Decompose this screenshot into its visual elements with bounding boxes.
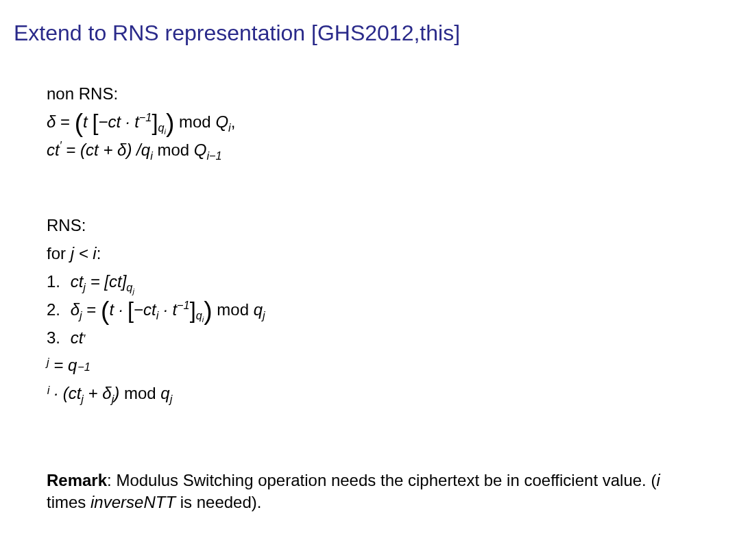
paren-open: (	[101, 296, 109, 325]
sym-delta: δ	[71, 300, 80, 319]
sup-prime: ′	[83, 332, 85, 345]
sym-ct: ct	[71, 328, 84, 347]
sub-qj: qj	[126, 281, 134, 293]
sub-j-val: j	[47, 356, 49, 368]
remark-text-a: : Modulus Switching operation needs the …	[107, 471, 656, 489]
sym-comma: ,	[231, 112, 236, 131]
mod-text: mod	[157, 141, 189, 159]
paren-open: (	[75, 108, 83, 137]
expr: = [ct]	[90, 272, 127, 291]
paren-close-small: )	[114, 384, 119, 402]
rns-step-3: 3. ct′j = q−1i · (ctj + δj) mod qj	[47, 324, 736, 408]
sym-delta: δ	[47, 112, 56, 131]
sym-ct: ct	[71, 272, 84, 291]
sym-q: q	[254, 300, 263, 319]
sym-q: q	[160, 384, 169, 402]
step-number: 2.	[47, 296, 66, 324]
step-number: 1.	[47, 268, 66, 296]
sub-j: j	[263, 309, 265, 321]
sub-qi: qi	[196, 309, 204, 321]
bracket-open: [	[128, 297, 134, 322]
expr-inner: −ct · t	[98, 112, 138, 131]
sym-t: t	[83, 112, 88, 131]
expr-qinv: = q	[53, 356, 77, 374]
sub-j: j	[80, 309, 82, 321]
mod-text: mod	[217, 300, 249, 319]
sub-im1: i−1	[206, 149, 221, 161]
sup-neg1: −1	[139, 111, 152, 123]
sym-Q: Q	[194, 141, 207, 159]
expr-negct: −ct	[134, 300, 156, 319]
sup-prime: ′	[60, 139, 62, 151]
expr-plus: + δ	[88, 384, 112, 402]
for-text: for	[47, 244, 66, 263]
sym-Q: Q	[215, 112, 228, 131]
rns-block: RNS: for j < i: 1. ctj = [ct]qj 2. δj = …	[47, 212, 736, 408]
sub-j: j	[132, 287, 134, 295]
sub-j: j	[83, 281, 86, 293]
sym-equals: =	[60, 112, 70, 131]
expr-t: t ·	[109, 300, 123, 319]
remark-text-c: times	[47, 493, 90, 511]
non-rns-eq-2: ct′ = (ct + δ) /qi mod Qi−1	[47, 136, 736, 165]
rns-step-2: 2. δj = (t · [−cti · t−1]qi) mod qj	[47, 296, 736, 324]
sub-j: j	[170, 393, 173, 405]
for-cond: j < i	[71, 244, 97, 263]
remark-inversentt: inverseNTT	[90, 493, 176, 511]
sub-i: i	[156, 309, 159, 321]
sub-j: j	[81, 393, 84, 405]
sym-equals: =	[86, 300, 96, 319]
bracket-close: ]	[190, 297, 196, 322]
colon: :	[97, 244, 101, 263]
sub-i-val: i	[47, 384, 50, 396]
mod-text: mod	[179, 112, 211, 131]
remark-text-e: is needed).	[176, 493, 261, 511]
remark-block: Remark: Modulus Switching operation need…	[47, 470, 677, 514]
expr-t2: · t	[163, 300, 177, 319]
rns-steps: 1. ctj = [ct]qj 2. δj = (t · [−cti · t−1…	[47, 268, 736, 408]
sym-equals: =	[66, 141, 75, 159]
rns-label: RNS:	[47, 212, 736, 240]
sub-i: i	[150, 149, 153, 161]
remark-i: i	[656, 471, 660, 489]
slide-title: Extend to RNS representation [GHS2012,th…	[14, 21, 736, 46]
remark-label: Remark	[47, 471, 107, 489]
sup-neg1: −1	[77, 361, 90, 373]
non-rns-eq-1: δ = (t [−ct · t−1]qi) mod Qi,	[47, 108, 736, 136]
non-rns-block: non RNS: δ = (t [−ct · t−1]qi) mod Qi, c…	[47, 80, 736, 164]
sub-q: q	[196, 309, 202, 321]
expr-body: (ct + δ) /q	[80, 141, 150, 159]
paren-close: )	[166, 108, 174, 137]
slide-body: non RNS: δ = (t [−ct · t−1]qi) mod Qi, c…	[14, 80, 736, 514]
mod-text: mod	[124, 384, 156, 402]
step-number: 3.	[47, 324, 66, 352]
rns-for-line: for j < i:	[47, 240, 736, 268]
expr-body: · (ct	[53, 384, 81, 402]
non-rns-label: non RNS:	[47, 80, 736, 108]
sup-neg1: −1	[177, 299, 190, 311]
sym-ct: ct	[47, 141, 60, 159]
rns-step-1: 1. ctj = [ct]qj	[47, 268, 736, 296]
sub-qi: qi	[158, 121, 166, 134]
paren-close: )	[204, 296, 212, 325]
